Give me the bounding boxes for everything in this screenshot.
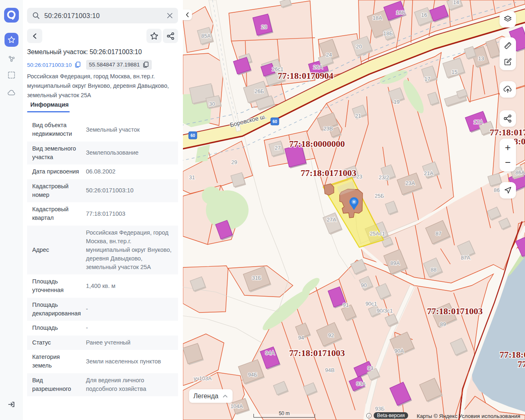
svg-text:60: 60	[272, 119, 277, 124]
svg-text:15: 15	[452, 69, 457, 75]
svg-text:24: 24	[326, 52, 332, 58]
svg-text:13: 13	[478, 55, 484, 62]
svg-text:94В: 94В	[325, 367, 334, 373]
svg-text:94: 94	[298, 335, 304, 341]
svg-text:90/3с1: 90/3с1	[377, 308, 393, 314]
svg-text:93А: 93А	[356, 381, 365, 387]
svg-text:31Б: 31Б	[252, 275, 262, 281]
svg-text:23А: 23А	[405, 180, 415, 186]
svg-text:23/2: 23/2	[379, 174, 389, 180]
svg-text:23В: 23В	[323, 126, 333, 132]
svg-text:87А: 87А	[461, 255, 470, 261]
svg-text:94А: 94А	[265, 350, 274, 356]
svg-text:91: 91	[343, 302, 349, 308]
svg-text:60: 60	[190, 133, 195, 138]
svg-text:27А: 27А	[326, 217, 336, 223]
svg-text:77:18:0000000: 77:18:0000000	[289, 139, 345, 149]
svg-text:86А: 86А	[515, 169, 525, 176]
svg-text:23: 23	[356, 173, 362, 180]
svg-text:14: 14	[453, 0, 459, 5]
svg-text:16: 16	[421, 12, 427, 18]
svg-text:25Ас1: 25Ас1	[370, 231, 385, 237]
svg-text:28: 28	[261, 24, 267, 30]
svg-text:90А: 90А	[394, 348, 404, 354]
svg-text:26А: 26А	[313, 64, 322, 70]
svg-text:18А: 18А	[372, 15, 382, 21]
svg-text:89А: 89А	[390, 260, 399, 266]
svg-text:30: 30	[209, 101, 215, 107]
svg-text:26Б: 26Б	[255, 88, 264, 94]
svg-text:86: 86	[494, 187, 500, 193]
svg-text:21: 21	[355, 113, 361, 119]
svg-text:31: 31	[189, 174, 195, 180]
svg-text:27: 27	[275, 145, 281, 151]
svg-text:92: 92	[328, 332, 334, 338]
svg-text:77:18:0171003: 77:18:0171003	[301, 168, 356, 178]
svg-text:уч103А: уч103А	[194, 375, 212, 381]
svg-text:104А: 104А	[231, 403, 243, 409]
svg-text:19: 19	[394, 99, 399, 105]
svg-text:89: 89	[440, 321, 446, 327]
svg-text:20: 20	[356, 43, 362, 50]
svg-text:77:18:0171003: 77:18:0171003	[427, 306, 483, 316]
svg-text:85А: 85А	[201, 33, 210, 39]
svg-text:17А: 17А	[473, 119, 483, 125]
svg-text:88: 88	[431, 267, 436, 273]
svg-text:90с1: 90с1	[365, 301, 377, 307]
svg-text:77:1: 77:1	[518, 359, 525, 369]
svg-text:93: 93	[368, 365, 373, 371]
svg-text:17: 17	[425, 76, 430, 82]
svg-text:94Б: 94Б	[248, 372, 258, 378]
svg-text:21А: 21А	[424, 170, 433, 176]
svg-text:77:18:0170904: 77:18:0170904	[278, 71, 333, 81]
svg-text:18Б: 18Б	[383, 30, 393, 37]
svg-text:29: 29	[231, 159, 237, 165]
svg-text:77:18:0171003: 77:18:0171003	[289, 348, 345, 358]
svg-text:90: 90	[361, 282, 367, 288]
svg-text:16Б: 16Б	[396, 9, 406, 16]
svg-text:87: 87	[436, 231, 441, 237]
svg-text:25Б: 25Б	[375, 193, 384, 199]
svg-text:93Б: 93Б	[375, 406, 385, 412]
svg-text:77:18:0: 77:18:0	[500, 349, 525, 360]
